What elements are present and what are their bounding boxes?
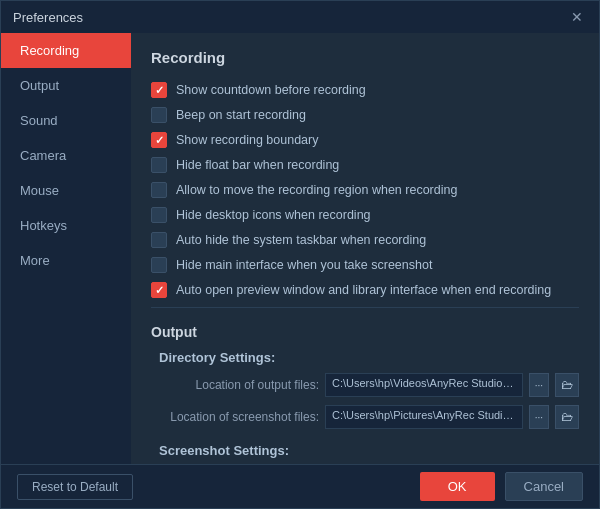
main-panel: Recording Show countdown before recordin… (131, 33, 599, 464)
checkbox-row-moveregion: Allow to move the recording region when … (151, 182, 579, 198)
checkbox-autoopen[interactable] (151, 282, 167, 298)
screenshot-files-input[interactable]: C:\Users\hp\Pictures\AnyRec Studio\AnyRe… (325, 405, 523, 429)
checkbox-label-moveregion: Allow to move the recording region when … (176, 183, 457, 197)
sidebar-item-recording[interactable]: Recording (1, 33, 131, 68)
footer-right: OK Cancel (420, 472, 583, 501)
checkbox-row-desktopicons: Hide desktop icons when recording (151, 207, 579, 223)
checkbox-floatbar[interactable] (151, 157, 167, 173)
output-section-title: Output (151, 324, 579, 340)
sidebar-item-camera[interactable]: Camera (1, 138, 131, 173)
checkbox-label-taskbar: Auto hide the system taskbar when record… (176, 233, 426, 247)
checkbox-countdown[interactable] (151, 82, 167, 98)
folder-icon: 🗁 (561, 378, 573, 392)
preferences-window: Preferences ✕ Recording Output Sound Cam… (0, 0, 600, 509)
checkbox-row-countdown: Show countdown before recording (151, 82, 579, 98)
checkbox-moveregion[interactable] (151, 182, 167, 198)
checkbox-desktopicons[interactable] (151, 207, 167, 223)
checkbox-row-beep: Beep on start recording (151, 107, 579, 123)
recording-section-title: Recording (151, 49, 579, 70)
screenshot-files-dots-button[interactable]: ··· (529, 405, 549, 429)
screenshot-files-label: Location of screenshot files: (159, 410, 319, 424)
directory-settings-title: Directory Settings: (159, 350, 579, 365)
titlebar-title: Preferences (13, 10, 83, 25)
checkbox-taskbar[interactable] (151, 232, 167, 248)
sidebar-item-sound[interactable]: Sound (1, 103, 131, 138)
screenshot-files-row: Location of screenshot files: C:\Users\h… (159, 405, 579, 429)
screenshot-settings-title: Screenshot Settings: (159, 443, 579, 458)
output-files-dots-button[interactable]: ··· (529, 373, 549, 397)
checkbox-label-autoopen: Auto open preview window and library int… (176, 283, 551, 297)
reset-button[interactable]: Reset to Default (17, 474, 133, 500)
output-files-label: Location of output files: (159, 378, 319, 392)
sidebar-item-mouse[interactable]: Mouse (1, 173, 131, 208)
close-button[interactable]: ✕ (567, 7, 587, 27)
checkbox-label-maininterface: Hide main interface when you take screen… (176, 258, 432, 272)
sidebar-item-more[interactable]: More (1, 243, 131, 278)
checkbox-maininterface[interactable] (151, 257, 167, 273)
sidebar-item-output[interactable]: Output (1, 68, 131, 103)
checkbox-boundary[interactable] (151, 132, 167, 148)
checkbox-label-beep: Beep on start recording (176, 108, 306, 122)
content-area: Recording Output Sound Camera Mouse Hotk… (1, 33, 599, 464)
checkbox-row-maininterface: Hide main interface when you take screen… (151, 257, 579, 273)
checkbox-label-desktopicons: Hide desktop icons when recording (176, 208, 371, 222)
output-files-row: Location of output files: C:\Users\hp\Vi… (159, 373, 579, 397)
ok-button[interactable]: OK (420, 472, 495, 501)
folder-icon: 🗁 (561, 410, 573, 424)
divider (151, 307, 579, 308)
sidebar-item-hotkeys[interactable]: Hotkeys (1, 208, 131, 243)
checkboxes-container: Show countdown before recordingBeep on s… (151, 82, 579, 298)
checkbox-row-floatbar: Hide float bar when recording (151, 157, 579, 173)
checkbox-label-countdown: Show countdown before recording (176, 83, 366, 97)
checkbox-beep[interactable] (151, 107, 167, 123)
output-files-folder-button[interactable]: 🗁 (555, 373, 579, 397)
sidebar: Recording Output Sound Camera Mouse Hotk… (1, 33, 131, 464)
screenshot-files-folder-button[interactable]: 🗁 (555, 405, 579, 429)
checkbox-label-boundary: Show recording boundary (176, 133, 318, 147)
checkbox-row-autoopen: Auto open preview window and library int… (151, 282, 579, 298)
titlebar: Preferences ✕ (1, 1, 599, 33)
output-files-input[interactable]: C:\Users\hp\Videos\AnyRec Studio\AnyRec … (325, 373, 523, 397)
checkbox-row-taskbar: Auto hide the system taskbar when record… (151, 232, 579, 248)
cancel-button[interactable]: Cancel (505, 472, 583, 501)
checkbox-label-floatbar: Hide float bar when recording (176, 158, 339, 172)
footer: Reset to Default OK Cancel (1, 464, 599, 508)
checkbox-row-boundary: Show recording boundary (151, 132, 579, 148)
